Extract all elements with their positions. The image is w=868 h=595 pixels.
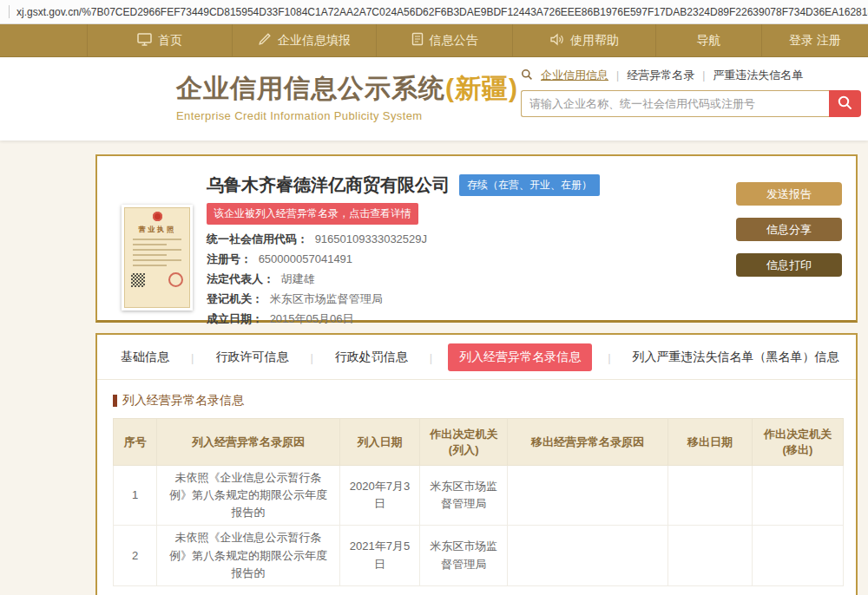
tab-separator: | bbox=[191, 351, 194, 364]
cell-listing-reason: 未依照《企业信息公示暂行条例》第八条规定的期限公示年度报告的 bbox=[157, 526, 339, 585]
tab-separator: | bbox=[430, 351, 432, 364]
tab-blacklist[interactable]: 列入严重违法失信名单（黑名单）信息 bbox=[633, 350, 839, 365]
nav-item-navigation[interactable]: 导航 bbox=[655, 24, 761, 56]
search-input[interactable] bbox=[521, 90, 829, 117]
field-registration-authority: 登记机关： 米东区市场监督管理局 bbox=[207, 291, 736, 307]
cell-listing-authority: 米东区市场监督管理局 bbox=[420, 526, 508, 585]
main-content: 营业执照 乌鲁木齐睿德洋亿商贸有限公司 存续（在营、开业、在册） bbox=[0, 141, 868, 595]
license-text-line bbox=[133, 239, 181, 240]
search-cat-credit-info[interactable]: 企业信用信息 bbox=[541, 68, 608, 83]
tab-separator: | bbox=[608, 351, 610, 364]
company-fields: 统一社会信用代码： 91650109333032529J 注册号： 650000… bbox=[207, 232, 736, 327]
col-serial: 序号 bbox=[114, 419, 157, 466]
cell-removal-authority bbox=[752, 466, 843, 526]
nav-item-login-register[interactable]: 登录 注册 bbox=[761, 24, 868, 56]
field-establish-date: 成立日期： 2015年05月06日 bbox=[207, 311, 736, 327]
site-title-region: (新疆) bbox=[445, 74, 518, 102]
nav-item-label: 首页 bbox=[158, 33, 182, 49]
status-badge: 存续（在营、开业、在册） bbox=[459, 174, 600, 196]
business-license-paper: 营业执照 bbox=[124, 207, 190, 308]
nav-item-label: 企业信息填报 bbox=[278, 33, 351, 49]
home-monitor-icon bbox=[137, 33, 152, 49]
nav-item-label: 登录 注册 bbox=[789, 33, 841, 49]
cell-removal-reason bbox=[508, 526, 668, 585]
table-row: 1 未依照《企业信息公示暂行条例》第八条规定的期限公示年度报告的 2020年7月… bbox=[114, 466, 844, 526]
section-marker bbox=[113, 395, 117, 407]
search-area: 企业信用信息 | 经营异常名录 | 严重违法失信名单 bbox=[521, 68, 861, 117]
company-info: 乌鲁木齐睿德洋亿商贸有限公司 存续（在营、开业、在册） 该企业被列入经营异常名录… bbox=[207, 168, 736, 311]
tab-admin-penalty[interactable]: 行政处罚信息 bbox=[335, 350, 408, 365]
address-bar[interactable]: xj.gsxt.gov.cn/%7B07CED2966FEF73449CD815… bbox=[0, 0, 868, 24]
cell-removal-date bbox=[668, 466, 753, 526]
page: xj.gsxt.gov.cn/%7B07CED2966FEF73449CD815… bbox=[0, 0, 868, 595]
site-title-main: 企业信用信息公示系统 bbox=[176, 74, 445, 102]
table-row: 2 未依照《企业信息公示暂行条例》第八条规定的期限公示年度报告的 2021年7月… bbox=[114, 526, 844, 585]
address-bar-divider bbox=[9, 5, 10, 18]
company-name: 乌鲁木齐睿德洋亿商贸有限公司 bbox=[207, 173, 450, 197]
send-report-button[interactable]: 发送报告 bbox=[736, 182, 842, 206]
category-separator: | bbox=[702, 69, 705, 82]
site-title: 企业信用信息公示系统(新疆) bbox=[176, 71, 518, 107]
license-title: 营业执照 bbox=[128, 225, 187, 235]
nav-item-label: 使用帮助 bbox=[570, 33, 619, 49]
business-license-image: 营业执照 bbox=[122, 205, 193, 311]
site-header: 企业信用信息公示系统(新疆) Enterprise Credit Informa… bbox=[0, 57, 868, 141]
table-header-row: 序号 列入经营异常名录原因 列入日期 作出决定机关(列入) 移出经营异常名录原因… bbox=[114, 419, 844, 466]
pen-icon bbox=[258, 32, 272, 49]
license-text-line bbox=[133, 259, 181, 261]
national-emblem-icon bbox=[153, 212, 162, 221]
cell-removal-date bbox=[668, 526, 753, 585]
col-listing-reason: 列入经营异常名录原因 bbox=[157, 419, 339, 466]
col-removal-date: 移出日期 bbox=[668, 419, 753, 466]
abnormal-warning-badge[interactable]: 该企业被列入经营异常名录，点击查看详情 bbox=[207, 203, 418, 225]
col-listing-authority: 作出决定机关(列入) bbox=[420, 419, 508, 466]
col-removal-reason: 移出经营异常名录原因 bbox=[508, 419, 668, 466]
license-red-seal bbox=[168, 272, 183, 287]
nav-item-announcements[interactable]: 信息公告 bbox=[376, 24, 512, 56]
top-navbar: 首页 企业信息填报 信息公告 使用帮助 导航 登录 注册 bbox=[0, 24, 868, 57]
nav-item-label: 信息公告 bbox=[430, 33, 478, 49]
company-actions: 发送报告 信息分享 信息打印 bbox=[736, 182, 842, 311]
cell-serial: 1 bbox=[114, 466, 157, 526]
search-cat-illegal-list[interactable]: 严重违法失信名单 bbox=[713, 68, 803, 83]
company-summary-card: 营业执照 乌鲁木齐睿德洋亿商贸有限公司 存续（在营、开业、在册） bbox=[95, 154, 858, 323]
url-text: xj.gsxt.gov.cn/%7B07CED2966FEF73449CD815… bbox=[16, 6, 868, 18]
tab-admin-license[interactable]: 行政许可信息 bbox=[215, 350, 288, 365]
nav-item-home[interactable]: 首页 bbox=[87, 24, 232, 56]
nav-item-help[interactable]: 使用帮助 bbox=[512, 24, 655, 56]
cell-removal-reason bbox=[508, 466, 668, 526]
search-row bbox=[521, 90, 861, 117]
section-title: 列入经营异常名录信息 bbox=[113, 393, 856, 409]
license-bottom-row bbox=[131, 272, 183, 287]
site-logo: 企业信用信息公示系统(新疆) Enterprise Credit Informa… bbox=[176, 71, 518, 122]
speaker-icon bbox=[549, 33, 564, 49]
col-removal-authority: 作出决定机关(移出) bbox=[752, 419, 843, 466]
license-text-line bbox=[133, 254, 167, 256]
cell-listing-date: 2021年7月5日 bbox=[339, 526, 420, 585]
site-subtitle: Enterprise Credit Information Publicity … bbox=[176, 109, 518, 122]
nav-item-enterprise-filing[interactable]: 企业信息填报 bbox=[232, 24, 376, 56]
cell-listing-reason: 未依照《企业信息公示暂行条例》第八条规定的期限公示年度报告的 bbox=[157, 466, 339, 526]
search-cat-abnormal-list[interactable]: 经营异常名录 bbox=[627, 68, 694, 83]
cell-removal-authority bbox=[752, 526, 843, 585]
license-text-line bbox=[133, 244, 167, 245]
field-credit-code: 统一社会信用代码： 91650109333032529J bbox=[207, 232, 736, 247]
bulletin-icon bbox=[411, 32, 424, 49]
search-button-magnifier-icon bbox=[837, 95, 853, 114]
tab-bar: 基础信息 | 行政许可信息 | 行政处罚信息 | 列入经营异常名录信息 | 列入… bbox=[97, 335, 856, 380]
tab-abnormal-list[interactable]: 列入经营异常名录信息 bbox=[448, 343, 592, 371]
search-button[interactable] bbox=[829, 90, 861, 117]
license-qr-code bbox=[131, 273, 145, 287]
field-legal-rep: 法定代表人： 胡建雄 bbox=[207, 271, 736, 287]
cell-serial: 2 bbox=[114, 526, 157, 585]
share-info-button[interactable]: 信息分享 bbox=[736, 218, 842, 241]
detail-card: 基础信息 | 行政许可信息 | 行政处罚信息 | 列入经营异常名录信息 | 列入… bbox=[95, 333, 858, 595]
print-info-button[interactable]: 信息打印 bbox=[736, 253, 842, 277]
cell-listing-authority: 米东区市场监督管理局 bbox=[420, 466, 508, 526]
search-magnifier-icon bbox=[521, 69, 533, 83]
section-title-text: 列入经营异常名录信息 bbox=[122, 393, 244, 409]
tab-basic-info[interactable]: 基础信息 bbox=[121, 350, 169, 365]
abnormal-records-table: 序号 列入经营异常名录原因 列入日期 作出决定机关(列入) 移出经营异常名录原因… bbox=[113, 418, 844, 586]
nav-spacer bbox=[0, 24, 87, 56]
nav-item-label: 导航 bbox=[697, 33, 721, 49]
